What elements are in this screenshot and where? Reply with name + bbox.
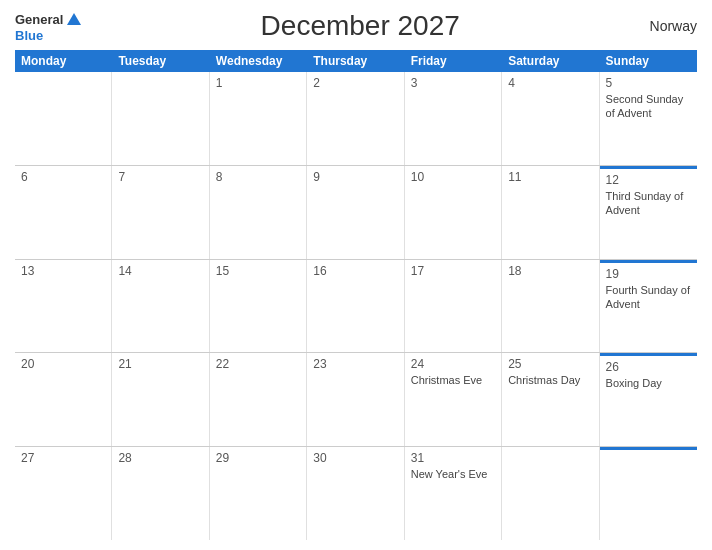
day-event: Christmas Eve [411, 373, 495, 387]
day-cell: 2 [307, 72, 404, 165]
day-number: 12 [606, 173, 691, 187]
day-cell: 8 [210, 166, 307, 259]
day-event: Boxing Day [606, 376, 691, 390]
day-number: 2 [313, 76, 397, 90]
day-cell: 26Boxing Day [600, 353, 697, 446]
day-cell: 1 [210, 72, 307, 165]
day-number: 7 [118, 170, 202, 184]
day-event: Fourth Sunday of Advent [606, 283, 691, 312]
day-cell: 23 [307, 353, 404, 446]
day-cell: 15 [210, 260, 307, 353]
day-number: 18 [508, 264, 592, 278]
day-cell: 27 [15, 447, 112, 540]
day-number: 10 [411, 170, 495, 184]
day-number: 14 [118, 264, 202, 278]
day-number: 15 [216, 264, 300, 278]
day-number: 20 [21, 357, 105, 371]
month-title: December 2027 [83, 10, 637, 42]
day-cell: 31New Year's Eve [405, 447, 502, 540]
day-cell [600, 447, 697, 540]
day-headers: MondayTuesdayWednesdayThursdayFridaySatu… [15, 50, 697, 72]
logo-blue-text: Blue [15, 29, 43, 42]
day-cell: 22 [210, 353, 307, 446]
day-cell: 28 [112, 447, 209, 540]
day-cell [15, 72, 112, 165]
day-header-friday: Friday [405, 50, 502, 72]
day-header-thursday: Thursday [307, 50, 404, 72]
day-number: 27 [21, 451, 105, 465]
day-number: 6 [21, 170, 105, 184]
day-number: 5 [606, 76, 691, 90]
day-number: 25 [508, 357, 592, 371]
day-cell: 29 [210, 447, 307, 540]
day-number: 8 [216, 170, 300, 184]
day-event: Third Sunday of Advent [606, 189, 691, 218]
day-number: 29 [216, 451, 300, 465]
day-number: 11 [508, 170, 592, 184]
day-cell: 7 [112, 166, 209, 259]
day-cell [502, 447, 599, 540]
day-cell: 3 [405, 72, 502, 165]
day-cell: 20 [15, 353, 112, 446]
day-cell: 9 [307, 166, 404, 259]
day-event: Second Sunday of Advent [606, 92, 691, 121]
day-number: 19 [606, 267, 691, 281]
day-number: 24 [411, 357, 495, 371]
logo-general-text: General [15, 13, 63, 26]
day-number: 26 [606, 360, 691, 374]
day-number: 22 [216, 357, 300, 371]
day-number: 16 [313, 264, 397, 278]
day-cell: 6 [15, 166, 112, 259]
country-label: Norway [637, 18, 697, 34]
logo-icon [65, 11, 83, 29]
day-number: 3 [411, 76, 495, 90]
day-number: 21 [118, 357, 202, 371]
day-number: 23 [313, 357, 397, 371]
day-number: 28 [118, 451, 202, 465]
day-cell: 17 [405, 260, 502, 353]
week-row: 13141516171819Fourth Sunday of Advent [15, 260, 697, 354]
day-cell: 19Fourth Sunday of Advent [600, 260, 697, 353]
day-cell: 5Second Sunday of Advent [600, 72, 697, 165]
day-cell: 24Christmas Eve [405, 353, 502, 446]
weeks: 12345Second Sunday of Advent6789101112Th… [15, 72, 697, 540]
day-cell: 4 [502, 72, 599, 165]
day-cell: 25Christmas Day [502, 353, 599, 446]
day-cell: 11 [502, 166, 599, 259]
day-cell: 12Third Sunday of Advent [600, 166, 697, 259]
calendar-container: General Blue December 2027 Norway Monday… [0, 0, 712, 550]
day-header-tuesday: Tuesday [112, 50, 209, 72]
svg-marker-0 [67, 13, 81, 25]
day-number: 9 [313, 170, 397, 184]
calendar-grid: MondayTuesdayWednesdayThursdayFridaySatu… [15, 50, 697, 540]
week-row: 12345Second Sunday of Advent [15, 72, 697, 166]
day-header-saturday: Saturday [502, 50, 599, 72]
day-number: 1 [216, 76, 300, 90]
day-cell: 14 [112, 260, 209, 353]
week-row: 6789101112Third Sunday of Advent [15, 166, 697, 260]
day-number: 13 [21, 264, 105, 278]
day-header-sunday: Sunday [600, 50, 697, 72]
week-row: 2728293031New Year's Eve [15, 447, 697, 540]
day-cell: 13 [15, 260, 112, 353]
day-cell [112, 72, 209, 165]
day-number: 4 [508, 76, 592, 90]
calendar-header: General Blue December 2027 Norway [15, 10, 697, 42]
logo: General Blue [15, 11, 83, 42]
day-cell: 16 [307, 260, 404, 353]
day-cell: 21 [112, 353, 209, 446]
day-number: 30 [313, 451, 397, 465]
day-number: 17 [411, 264, 495, 278]
day-cell: 10 [405, 166, 502, 259]
day-header-monday: Monday [15, 50, 112, 72]
day-event: Christmas Day [508, 373, 592, 387]
week-row: 2021222324Christmas Eve25Christmas Day26… [15, 353, 697, 447]
day-number: 31 [411, 451, 495, 465]
day-header-wednesday: Wednesday [210, 50, 307, 72]
day-event: New Year's Eve [411, 467, 495, 481]
day-cell: 18 [502, 260, 599, 353]
day-cell: 30 [307, 447, 404, 540]
